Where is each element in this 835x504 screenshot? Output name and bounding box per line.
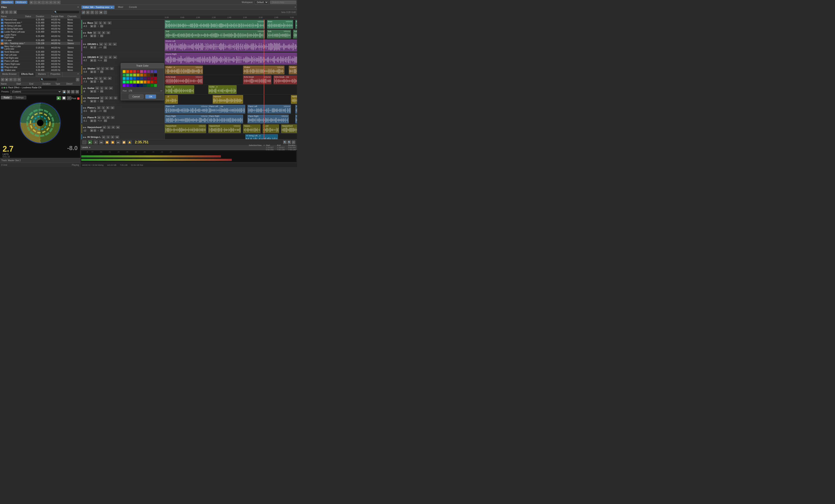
track-fader-icon[interactable]: ◀	[90, 46, 93, 49]
file-row[interactable]: Pad Right.wav 6:26.489 44100 Hz Mono	[0, 57, 80, 60]
color-swatch[interactable]	[154, 77, 157, 80]
clip[interactable]: Piano Right Volume	[295, 115, 297, 123]
track-fader-icon[interactable]: ◀	[90, 100, 93, 102]
color-swatch[interactable]	[133, 80, 136, 83]
track-expand-arrow[interactable]: ▶▶	[83, 22, 86, 24]
tab-markers[interactable]: Markers	[36, 72, 48, 77]
track-mute-btn[interactable]: M	[95, 86, 99, 89]
files-panel-close[interactable]: ✕	[77, 6, 79, 8]
track-expand-arrow[interactable]: ▶▶	[83, 43, 86, 45]
track-content-Piano L[interactable]: Piano Left Volume Piano Left …me Piano L…	[165, 104, 297, 114]
color-swatch[interactable]	[133, 74, 136, 77]
toolbar-icon-3[interactable]: ✦	[37, 1, 41, 4]
file-row[interactable]: Shaker.wav 6:26.489 44100 Hz Mono	[0, 69, 80, 72]
color-swatch[interactable]	[123, 70, 126, 73]
toolbar-icon-6[interactable]: ↩	[49, 1, 53, 4]
track-pan-icon[interactable]: ⊙	[94, 100, 96, 102]
color-swatch[interactable]	[126, 77, 129, 80]
track-mute-btn[interactable]: M	[102, 126, 106, 129]
toolbar-icon-8[interactable]: ✏	[57, 1, 60, 4]
color-swatch[interactable]	[150, 77, 154, 80]
color-swatch[interactable]	[129, 70, 133, 73]
track-pan-icon[interactable]: ⊙	[94, 80, 96, 83]
tab-media-browser[interactable]: Media Browser	[0, 72, 19, 77]
et-icon-2[interactable]: ⊞	[86, 11, 89, 14]
track-color-dialog[interactable]: Track Color Hue: 176 ↩ Cancel OK	[121, 63, 164, 100]
track-fx-icon[interactable]: FX	[104, 119, 107, 122]
transport-click-btn[interactable]: 🔔	[127, 140, 132, 144]
file-row[interactable]: Hamond.wav 6:26.489 44100 Hz Mono	[0, 18, 80, 21]
track-content-Hammond[interactable]: …d Hamond Hamond…	[165, 95, 297, 104]
track-write-btn[interactable]: W	[116, 126, 120, 129]
clip[interactable]: Harpsichord Volume	[208, 124, 241, 133]
track-read-btn[interactable]: R	[108, 56, 112, 59]
color-swatch[interactable]	[147, 84, 150, 87]
files-icon-2[interactable]: ☰	[5, 11, 8, 14]
effects-icon-6[interactable]: ☰	[76, 78, 79, 81]
color-swatch[interactable]	[123, 80, 126, 83]
clip[interactable]: Hamond…	[291, 95, 297, 104]
track-write-btn[interactable]: W	[113, 56, 117, 59]
workspace-select[interactable]: Default	[255, 0, 268, 4]
track-read-btn[interactable]: R	[111, 136, 115, 139]
effects-icon-3[interactable]: ⟳	[9, 78, 13, 81]
track-pan-icon[interactable]: ⊙	[94, 119, 96, 122]
clip[interactable]: Harpsc…	[243, 124, 261, 133]
track-write-btn[interactable]: W	[106, 31, 110, 34]
track-expand-arrow[interactable]: ▶▶	[83, 32, 86, 34]
file-row[interactable]: Hi String Left.wav 6:26.489 44100 Hz Mon…	[0, 24, 80, 27]
file-row[interactable]: Mary Had a Little Lamb.wav 0:18.831 4410…	[0, 45, 80, 51]
color-swatch[interactable]	[140, 80, 143, 83]
radar-tab-radar[interactable]: Radar	[1, 96, 13, 99]
color-swatch[interactable]	[150, 80, 154, 83]
color-swatch[interactable]	[140, 74, 143, 77]
clip[interactable]: Echo break Volume	[165, 76, 203, 84]
file-row[interactable]: Nord Beep.wav 6:26.489 44100 Hz Mono	[0, 51, 80, 54]
track-fx-icon[interactable]: FX	[100, 70, 103, 73]
track-content-Bass[interactable]: Bass Volume Bass Volume Bass Volume Bass…	[165, 20, 297, 29]
color-swatch[interactable]	[147, 77, 150, 80]
color-swatch[interactable]	[137, 77, 140, 80]
console-tab[interactable]: Console	[127, 5, 139, 9]
transport-record-btn[interactable]: ⏮	[99, 140, 103, 144]
track-content-Hi Strings L[interactable]: Hi String Left…e	[165, 134, 297, 139]
file-row[interactable]: Hi String Right.wav 6:26.489 44100 Hz Mo…	[0, 27, 80, 31]
file-row[interactable]: Harpsichord.wav * 6:26.489 44100 Hz Mono	[0, 21, 80, 24]
track-expand-arrow[interactable]: ▶▶	[83, 77, 86, 80]
preset-menu-icon[interactable]: ☰	[71, 90, 75, 94]
file-row[interactable]: Liz.wav 6:26.489 44100 Hz Mono	[0, 39, 80, 42]
color-swatch[interactable]	[150, 70, 154, 73]
et-icon-4[interactable]: ↔	[95, 11, 98, 14]
color-swatch[interactable]	[150, 84, 154, 87]
color-swatch[interactable]	[123, 74, 126, 77]
clip[interactable]: Piano Left Volume	[295, 105, 297, 114]
preset-select[interactable]: (Custom)	[10, 90, 62, 94]
track-write-btn[interactable]: W	[109, 86, 113, 89]
track-solo-btn[interactable]: S	[102, 106, 105, 109]
track-expand-arrow[interactable]: ▶▶	[83, 87, 86, 89]
track-content-Sub[interactable]: Sub Volume Sub Volume Sub Volume	[165, 29, 297, 39]
toolbar-icon-1[interactable]: ⊞	[29, 1, 33, 4]
sel-view-close[interactable]: ✕	[263, 144, 265, 151]
track-expand-arrow[interactable]: ▶▶	[83, 116, 86, 119]
file-row[interactable]: Lezlie Piano Left.wav 6:26.489 44100 Hz …	[0, 31, 80, 34]
track-content-Shaker[interactable]: Shaker…e Volume Shaker Volume Shaker Vol…	[165, 65, 297, 75]
track-content-Harpsichord[interactable]: Harpsichord Volume Harpsichord Volume Ha…	[165, 124, 297, 134]
et-icon-6[interactable]: 🎵	[103, 11, 107, 14]
track-mute-btn[interactable]: M	[93, 31, 97, 34]
transport-play-btn[interactable]: ▶	[88, 140, 92, 144]
track-solo-btn[interactable]: S	[107, 126, 110, 129]
track-solo-btn[interactable]: S	[106, 136, 110, 139]
editor-tab-main[interactable]: Editor: MA – Teardrop.sesx ✕	[81, 5, 115, 9]
track-fader-icon[interactable]: ◀	[90, 119, 93, 122]
track-write-btn[interactable]: W	[113, 43, 117, 46]
transport-ff-btn[interactable]: ⏩	[110, 140, 115, 144]
track-fader-icon[interactable]: ◀	[90, 35, 93, 37]
color-swatch[interactable]	[144, 80, 146, 83]
effects-icon-1[interactable]: ⊞	[1, 78, 4, 81]
transport-loop-btn[interactable]: 🔁	[122, 140, 126, 144]
color-swatch[interactable]	[140, 77, 143, 80]
color-swatch[interactable]	[144, 84, 146, 87]
color-swatch[interactable]	[147, 70, 150, 73]
color-swatch[interactable]	[129, 77, 133, 80]
